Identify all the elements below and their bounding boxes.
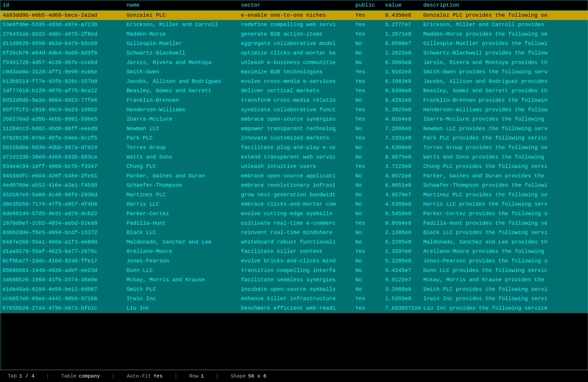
cell-description: Ibarra-Mcclure provides the following: [421, 115, 588, 124]
cell-name: Park PLC: [124, 133, 239, 143]
table-row[interactable]: d11d9826-9556-4b3d-b479-b5cb9Gillespie-M…: [0, 39, 588, 48]
cell-value: 4.9270e7: [383, 190, 421, 200]
table-row[interactable]: 53e9fd6e-5335-4d3d-a97e-a723bErickson, M…: [0, 20, 588, 30]
table-row[interactable]: 1a69bb26-1988-41f6-b574-38a9eMckay, Morr…: [0, 275, 588, 285]
table-row[interactable]: 9de081d4-57d5-4e31-ad79-dcb22Parker-Cort…: [0, 209, 588, 219]
cell-public: Yes: [353, 30, 383, 39]
status-row: Row 1: [189, 373, 204, 379]
table-row[interactable]: 67650b29-27d4-473e-b672-bfb1cLiu Incbenc…: [0, 304, 588, 313]
cell-name: Mckay, Morris and Krause: [124, 275, 239, 285]
cell-name: Franklin-Brennan: [124, 96, 239, 105]
status-row-value: 1: [201, 373, 204, 379]
table-row[interactable]: 2b8276ad-a35b-4ebb-8091-596e5Ibarra-Mccl…: [0, 115, 588, 124]
cell-value: 4.6309e8: [383, 143, 421, 152]
col-header-public[interactable]: public: [353, 0, 383, 11]
cell-id: 4ed0760e-ab52-416e-a3a1-f4598: [0, 181, 124, 190]
cell-description: Parker, Gaines and Duran provides the: [421, 171, 588, 181]
cell-value: 1.3597e8: [383, 247, 421, 256]
table-row[interactable]: 83bb2dde-f0e5-4694-bcdf-13372Black LLCre…: [0, 228, 588, 237]
cell-sector: embrace open-source synergies: [239, 115, 353, 124]
table-row[interactable]: b13b9214-f77e-43fb-928c-157b8Jacobs, All…: [0, 77, 588, 86]
cell-public: No: [353, 171, 383, 181]
cell-description: Madden-Morse provides the following se: [421, 30, 588, 39]
cell-id: ccb857eb-69ee-4441-98b8-97166: [0, 294, 124, 304]
table-row[interactable]: 05690061-1949-4939-adef-ee23dDunn LLCtra…: [0, 266, 588, 276]
cell-name: Madden-Morse: [124, 30, 239, 39]
table-row[interactable]: 276431ab-82d2-4d8c-a675-2f8edMadden-Mors…: [0, 30, 588, 39]
table-row[interactable]: 4ed0760e-ab52-416e-a3a1-f4598Schaefer-Th…: [0, 181, 588, 190]
table-row[interactable]: c0d3aa9a-3128-4ff1-9e90-ec66eSmith-Owenm…: [0, 67, 588, 77]
table-row[interactable]: 94539dfc-e0d4-420f-b48e-2fe51Parker, Gai…: [0, 171, 588, 181]
col-header-id[interactable]: id: [0, 0, 124, 11]
table-row[interactable]: 85f7fcf2-c010-49c9-9a23-109b2Henderson-W…: [0, 105, 588, 115]
cell-name: Torres Group: [124, 143, 239, 152]
cell-value: 6.3005e8: [383, 58, 421, 67]
cell-id: 8d52d9db-9a3e-4864-9d23-77fe6: [0, 96, 124, 105]
cell-description: Mckay, Morris and Krause provides the: [421, 275, 588, 285]
cell-public: No: [353, 200, 383, 209]
cell-sector: unleash intuitive users: [239, 162, 353, 171]
table-row[interactable]: e1da45ad-6184-4e50-be11-6d007Smith PLCin…: [0, 285, 588, 294]
cell-description: Erickson, Miller and Carroll provides: [421, 20, 588, 30]
cell-public: No: [353, 58, 383, 67]
cell-name: Liu Inc: [124, 304, 239, 313]
table-row[interactable]: 11284cc3-b602-4bd0-86ff-eeed9Newman LLCe…: [0, 124, 588, 134]
cell-value: 8.4291e8: [383, 96, 421, 105]
col-header-description[interactable]: description: [421, 0, 588, 11]
col-header-name[interactable]: name: [124, 0, 239, 11]
table-row[interactable]: ccb857eb-69ee-4441-98b8-97166Irwin Incen…: [0, 294, 588, 304]
cell-id: c0d3aa9a-3128-4ff1-9e90-ec66e: [0, 67, 124, 77]
cell-id: e1da45ad-6184-4e50-be11-6d007: [0, 285, 124, 294]
cell-sector: optimize clicks-and-mortar ba: [239, 48, 353, 58]
cell-sector: empower transparent technolog: [239, 124, 353, 134]
table-row[interactable]: 4a93dd9b-e6b5-4d60-beca-2a2adGonzalez PL…: [0, 11, 588, 20]
table-row[interactable]: f9301728-4d57-4c30-967e-ccebdJarvis, Riv…: [0, 58, 588, 67]
cell-name: Chung PLC: [124, 162, 239, 171]
status-table-label: Table: [61, 373, 76, 379]
cell-id: 1876d9e7-2cb2-4034-aebd-b1ea9: [0, 219, 124, 228]
cell-value: 6.8508e7: [383, 39, 421, 48]
cell-id: 9de081d4-57d5-4e31-ad79-dcb22: [0, 209, 124, 219]
cell-id: 634e4c94-1eff-4966-bc7b-f3347: [0, 162, 124, 171]
table-row[interactable]: 6cf0ba77-2ddc-410d-9240-ffe17Jones-Pears…: [0, 256, 588, 266]
col-header-sector[interactable]: sector: [239, 0, 353, 11]
cell-public: Yes: [353, 304, 383, 313]
cell-name: Schwartz-Blackwell: [124, 48, 239, 58]
cell-id: 276431ab-82d2-4d8c-a675-2f8ed: [0, 30, 124, 39]
cell-sector: embrace open-source applicati: [239, 171, 353, 181]
table-row[interactable]: d1aa9279-55af-4023-ba77-2676cArellano-Mo…: [0, 247, 588, 256]
cell-sector: deliver vertical markets: [239, 86, 353, 96]
cell-id: 1df77618-b128-407b-af75-0ca22: [0, 86, 124, 96]
cell-public: No: [353, 285, 383, 294]
cell-id: 05690061-1949-4939-adef-ee23d: [0, 266, 124, 276]
status-table: Table company: [61, 373, 100, 379]
cell-value: 9.8584e8: [383, 219, 421, 228]
table-row[interactable]: 8d52d9db-9a3e-4864-9d23-77fe6Franklin-Br…: [0, 96, 588, 105]
cell-sector: grow next-generation bandwidt: [239, 190, 353, 200]
cell-name: Jacobs, Allison and Rodriguez: [124, 77, 239, 86]
table-row[interactable]: 634e4c94-1eff-4966-bc7b-f3347Chung PLCun…: [0, 162, 588, 171]
table-row[interactable]: 58166d0a-b036-4dbb-867a-d7024Torres Grou…: [0, 143, 588, 152]
cell-sector: maximize B2B technologies: [239, 67, 353, 77]
table-row[interactable]: d71d233b-30e9-4458-b936-883ceWatts and S…: [0, 152, 588, 162]
cell-id: 94539dfc-e0d4-420f-b48e-2fe51: [0, 171, 124, 181]
table-row[interactable]: 07820136-078e-46fe-b4ee-bc2f5Park PLCinn…: [0, 133, 588, 143]
cell-description: Schaefer-Thompson provides the followi: [421, 181, 588, 190]
cell-id: 6cf0ba77-2ddc-410d-9240-ffe17: [0, 256, 124, 266]
cell-id: 58166d0a-b036-4dbb-867a-d7024: [0, 143, 124, 152]
cell-sector: aggregate collaborative model: [239, 39, 353, 48]
cell-id: 4a93dd9b-e6b5-4d60-beca-2a2ad: [0, 11, 124, 20]
cell-public: No: [353, 143, 383, 152]
table-row[interactable]: 1876d9e7-2cb2-4034-aebd-b1ea9Padilla-Hun…: [0, 219, 588, 228]
table-row[interactable]: 552b87e5-5a08-4c40-88f6-2936dMartinez PL…: [0, 190, 588, 200]
cell-public: No: [353, 209, 383, 219]
cell-description: Dunn LLC provides the following servic: [421, 266, 588, 276]
status-autofit-label: Auto-Fit: [127, 373, 151, 379]
table-row[interactable]: 8f26cb78-e04d-4db4-9a09-8d3f6Schwartz-Bl…: [0, 48, 588, 58]
table-row[interactable]: 1df77618-b128-407b-af75-0ca22Beasley, Go…: [0, 86, 588, 96]
col-header-value[interactable]: value: [383, 0, 421, 11]
cell-description: Parker-Cortez provides the following s: [421, 209, 588, 219]
cell-name: Beasley, Gomez and Garrett: [124, 86, 239, 96]
table-row[interactable]: d8e35b50-7174-47f6-a057-4f4b6Harris LLCe…: [0, 200, 588, 209]
table-row[interactable]: 8407e268-55a1-406a-a1f3-ee800Maldonado, …: [0, 237, 588, 247]
